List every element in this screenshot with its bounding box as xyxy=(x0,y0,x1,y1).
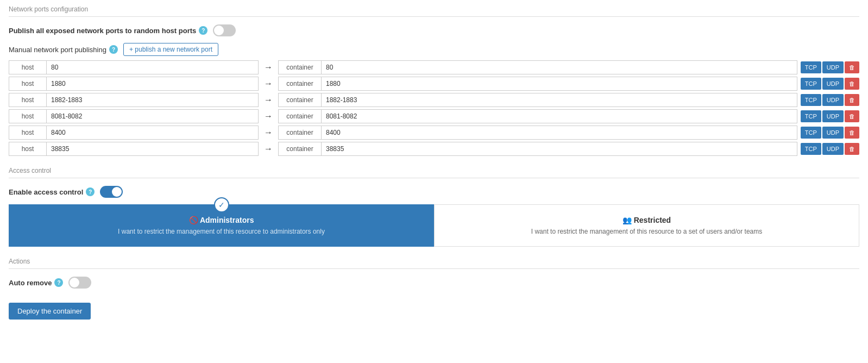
port-row: host 8081-8082 → container 8081-8082 TCP… xyxy=(9,109,859,123)
port-arrow-0: → xyxy=(264,62,273,72)
manual-port-header: Manual network port publishing ? + publi… xyxy=(9,43,859,56)
tcp-button-0[interactable]: TCP xyxy=(801,61,821,73)
port-arrow-1: → xyxy=(264,79,273,89)
card-title-restricted: 👥 Restricted xyxy=(443,216,850,224)
container-label-2: container xyxy=(278,93,322,107)
access-section: Access control Enable access control ? ✓… xyxy=(9,167,859,247)
tcp-button-5[interactable]: TCP xyxy=(801,143,821,155)
container-label-0: container xyxy=(278,60,322,74)
auto-remove-label: Auto remove xyxy=(9,279,52,287)
deploy-container-button[interactable]: Deploy the container xyxy=(9,303,91,320)
port-row: host 80 → container 80 TCP UDP 🗑 xyxy=(9,60,859,74)
host-label-1: host xyxy=(9,77,47,91)
port-row: host 38835 → container 38835 TCP UDP 🗑 xyxy=(9,142,859,156)
port-row: host 1880 → container 1880 TCP UDP 🗑 xyxy=(9,77,859,91)
container-label-4: container xyxy=(278,126,322,140)
access-card-administrators[interactable]: ✓ 🚫 Administrators I want to restrict th… xyxy=(9,204,434,247)
publish-new-port-button[interactable]: + publish a new network port xyxy=(123,43,218,56)
enable-access-label: Enable access control xyxy=(9,188,83,196)
host-label-4: host xyxy=(9,126,47,140)
network-section: Network ports configuration Publish all … xyxy=(9,5,859,156)
card-title-administrators: 🚫 Administrators xyxy=(18,216,425,224)
manual-port-help-icon[interactable]: ? xyxy=(109,45,118,54)
host-value-4[interactable]: 8400 xyxy=(47,126,259,140)
container-value-1[interactable]: 1880 xyxy=(322,77,797,91)
delete-port-button-0[interactable]: 🗑 xyxy=(845,61,859,73)
host-label-3: host xyxy=(9,109,47,123)
delete-port-button-1[interactable]: 🗑 xyxy=(845,78,859,90)
publish-all-slider xyxy=(213,24,236,36)
tcp-button-4[interactable]: TCP xyxy=(801,127,821,139)
container-value-5[interactable]: 38835 xyxy=(322,142,797,156)
auto-remove-row: Auto remove ? xyxy=(9,277,859,289)
container-label-5: container xyxy=(278,142,322,156)
auto-remove-toggle[interactable] xyxy=(68,277,91,289)
delete-port-button-3[interactable]: 🗑 xyxy=(845,110,859,122)
port-arrow-2: → xyxy=(264,95,273,105)
delete-port-button-5[interactable]: 🗑 xyxy=(845,143,859,155)
enable-access-help-icon[interactable]: ? xyxy=(86,187,95,196)
tcp-button-1[interactable]: TCP xyxy=(801,78,821,90)
enable-access-slider xyxy=(100,186,123,198)
container-value-0[interactable]: 80 xyxy=(322,60,797,74)
card-desc-restricted: I want to restrict the management of thi… xyxy=(443,228,850,235)
check-circle: ✓ xyxy=(214,197,229,212)
port-arrow-5: → xyxy=(264,144,273,154)
container-value-3[interactable]: 8081-8082 xyxy=(322,109,797,123)
access-cards: ✓ 🚫 Administrators I want to restrict th… xyxy=(9,204,859,247)
udp-button-3[interactable]: UDP xyxy=(822,110,844,122)
port-arrow-4: → xyxy=(264,128,273,137)
container-value-4[interactable]: 8400 xyxy=(322,126,797,140)
host-value-2[interactable]: 1882-1883 xyxy=(47,93,259,107)
udp-button-5[interactable]: UDP xyxy=(822,143,844,155)
host-value-3[interactable]: 8081-8082 xyxy=(47,109,259,123)
publish-all-label: Publish all exposed network ports to ran… xyxy=(9,27,196,35)
access-section-title: Access control xyxy=(9,167,859,178)
card-desc-administrators: I want to restrict the management of thi… xyxy=(18,228,425,235)
host-value-1[interactable]: 1880 xyxy=(47,77,259,91)
udp-button-2[interactable]: UDP xyxy=(822,94,844,106)
host-value-5[interactable]: 38835 xyxy=(47,142,259,156)
port-arrow-3: → xyxy=(264,111,273,121)
auto-remove-help-icon[interactable]: ? xyxy=(54,278,63,287)
enable-access-toggle[interactable] xyxy=(100,186,123,198)
actions-section: Actions Auto remove ? Deploy the contain… xyxy=(9,258,859,320)
host-value-0[interactable]: 80 xyxy=(47,60,259,74)
delete-port-button-4[interactable]: 🗑 xyxy=(845,127,859,139)
tcp-button-2[interactable]: TCP xyxy=(801,94,821,106)
network-section-title: Network ports configuration xyxy=(9,5,859,17)
port-row: host 8400 → container 8400 TCP UDP 🗑 xyxy=(9,126,859,140)
port-list: host 80 → container 80 TCP UDP 🗑 host 18… xyxy=(9,60,859,156)
enable-access-row: Enable access control ? xyxy=(9,186,859,198)
publish-all-toggle[interactable] xyxy=(213,24,236,36)
host-label-5: host xyxy=(9,142,47,156)
publish-all-help-icon[interactable]: ? xyxy=(199,26,207,35)
host-label-2: host xyxy=(9,93,47,107)
host-label-0: host xyxy=(9,60,47,74)
manual-port-label: Manual network port publishing xyxy=(9,46,106,54)
tcp-button-3[interactable]: TCP xyxy=(801,110,821,122)
container-label-3: container xyxy=(278,109,322,123)
auto-remove-slider xyxy=(68,277,91,289)
access-card-restricted[interactable]: 👥 Restricted I want to restrict the mana… xyxy=(434,204,859,247)
udp-button-0[interactable]: UDP xyxy=(822,61,844,73)
actions-section-title: Actions xyxy=(9,258,859,269)
container-label-1: container xyxy=(278,77,322,91)
udp-button-4[interactable]: UDP xyxy=(822,127,844,139)
publish-all-row: Publish all exposed network ports to ran… xyxy=(9,24,859,36)
delete-port-button-2[interactable]: 🗑 xyxy=(845,94,859,106)
port-row: host 1882-1883 → container 1882-1883 TCP… xyxy=(9,93,859,107)
udp-button-1[interactable]: UDP xyxy=(822,78,844,90)
container-value-2[interactable]: 1882-1883 xyxy=(322,93,797,107)
